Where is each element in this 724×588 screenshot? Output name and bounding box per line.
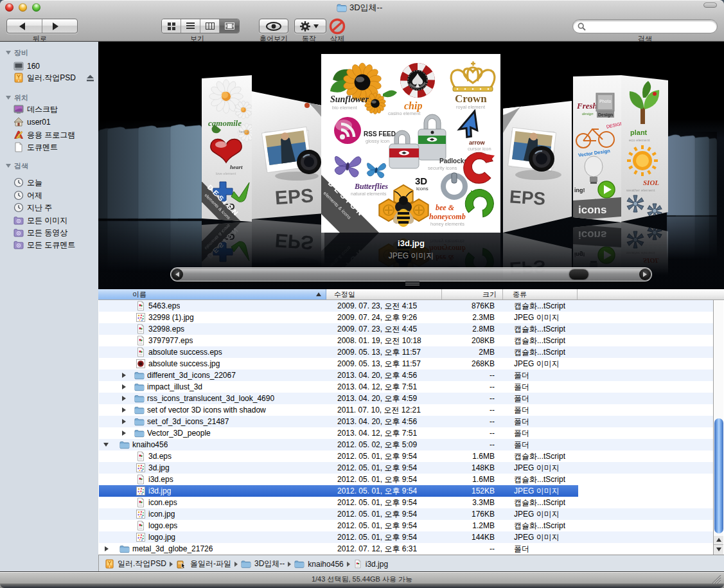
svg-text:natural elements: natural elements	[351, 191, 387, 197]
svg-text:Crown: Crown	[455, 93, 487, 105]
svg-text:plant: plant	[630, 129, 648, 136]
svg-text:Photo: Photo	[599, 99, 611, 103]
svg-text:SIOL: SIOL	[643, 179, 659, 186]
svg-text:Sunflower: Sunflower	[330, 94, 369, 104]
svg-text:arrow: arrow	[469, 139, 486, 146]
svg-text:love element: love element	[216, 172, 236, 175]
svg-text:royal element: royal element	[456, 104, 486, 110]
svg-text:ing!: ing!	[574, 187, 585, 193]
svg-text:cursor icon: cursor icon	[468, 146, 491, 152]
svg-text:bio element: bio element	[332, 105, 358, 111]
svg-text:security icons: security icons	[428, 165, 457, 171]
svg-text:weather element: weather element	[626, 188, 655, 192]
svg-text:camomile: camomile	[208, 118, 242, 128]
svg-text:casino element: casino element	[388, 111, 421, 116]
svg-text:bee &: bee &	[436, 203, 455, 212]
svg-text:Design: Design	[598, 112, 613, 118]
svg-text:honeycomb: honeycomb	[429, 212, 466, 221]
svg-text:icons: icons	[416, 186, 428, 192]
svg-text:heart: heart	[230, 164, 243, 170]
svg-text:EPS: EPS	[274, 184, 314, 208]
svg-text:Butterflies: Butterflies	[354, 182, 388, 191]
svg-text:annoters: annoters	[644, 217, 661, 220]
svg-text:icons: icons	[578, 204, 606, 216]
svg-text:eco element: eco element	[629, 138, 650, 142]
svg-text:Padlocks: Padlocks	[439, 157, 468, 165]
svg-text:Fresh: Fresh	[576, 101, 597, 111]
svg-text:herb el: herb el	[239, 130, 249, 134]
svg-text:design: design	[582, 112, 594, 116]
svg-text:RSS FEED: RSS FEED	[364, 130, 396, 138]
svg-text:glossy icon: glossy icon	[366, 138, 389, 144]
svg-text:DESIGN: DESIGN	[606, 121, 621, 129]
svg-text:3D: 3D	[415, 175, 427, 186]
svg-text:honey elements: honey elements	[430, 221, 464, 227]
svg-text:EPS: EPS	[509, 186, 546, 209]
